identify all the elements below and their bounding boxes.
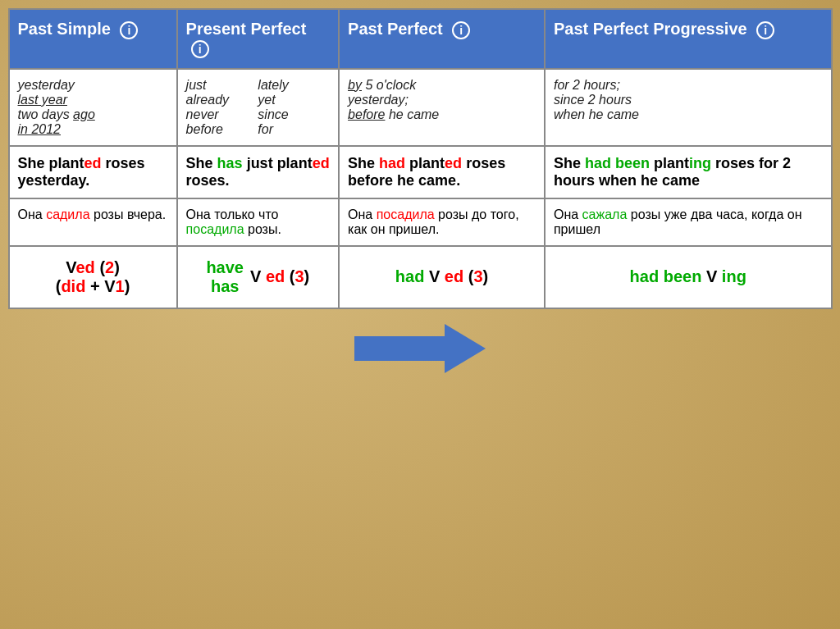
example-she-3: She [348,155,379,171]
arrow-container [354,324,486,373]
example-plant-4: plant [650,155,689,171]
russian-verb-2: посадила [186,222,244,236]
russian-cell-3: Она посадила розы до того, как он пришел… [339,198,545,246]
formula-line1-1: Ved (2) [16,258,170,277]
example-cell-3: She had planted roses before he came. [339,146,545,198]
adverb-before: before [186,122,258,137]
example-ing: ing [689,155,711,171]
adverb-for: for [258,122,330,137]
formula-ing-4: ing [722,267,746,285]
russian-cell-4: Она сажала розы уже два часа, когда он п… [545,198,832,246]
adverb-since: since [258,107,330,122]
adverb-when-he-came: when he came [554,107,823,122]
adverb-yesterday: yesterday [18,78,168,93]
info-icon-2[interactable]: i [191,40,209,58]
example-cell-2: She has just planted roses. [177,146,340,198]
formula-ed-3: ed [445,267,463,285]
adverb-yet: yet [258,93,330,107]
formula-has: has [206,277,244,296]
header-past-perfect-progressive: Past Perfect Progressive i [545,9,832,69]
formula-cell-2: have has V ed (3) [177,246,340,308]
russian-cell-1: Она садила розы вчера. [9,198,177,246]
example-ed-3: ed [445,155,462,171]
info-icon-1[interactable]: i [120,21,138,39]
example-she-2: She [186,155,217,171]
example-just: just plant [243,155,313,171]
formula-v-4: V [706,267,722,285]
example-roses-2: roses. [186,172,230,189]
russian-cell-2: Она только что посадила розы. [177,198,340,246]
adverb-lately: lately [258,78,330,93]
adverb-cell-1: yesterday last year two days ago in 2012 [9,69,177,146]
grammar-table: Past Simple i Present Perfect i Past Per… [8,8,833,309]
adverb-already: already [186,93,258,107]
adverb-cell-4: for 2 hours; since 2 hours when he came [545,69,832,146]
header-past-perfect: Past Perfect i [339,9,545,69]
formula-had-been: had been [630,267,702,285]
info-icon-4[interactable]: i [756,21,774,39]
adverb-in-2012: in 2012 [18,122,168,137]
example-she-1: She plant [18,155,84,171]
example-had-been: had been [585,155,650,171]
adverb-cell-2: just already never before lately yet sin… [177,69,340,146]
formula-cell-3: had V ed (3) [339,246,545,308]
example-ed-2: ed [313,155,330,171]
example-ed-1: ed [84,155,102,171]
adverb-never: never [186,107,258,122]
formula-line2-1: (did + V1) [16,277,170,296]
formula-ved-2: V ed (3) [250,267,309,286]
example-she-4: She [554,155,585,171]
arrow-head [445,324,486,373]
example-had-3: had [379,155,405,171]
adverb-two-days-ago: two days ago [18,107,168,122]
russian-verb-1: садила [46,207,89,221]
adverb-by5: by 5 o'clock [348,78,536,93]
adverb-since-2-hours: since 2 hours [554,93,823,107]
example-cell-4: She had been planting roses for 2 hours … [545,146,832,198]
header-present-perfect: Present Perfect i [177,9,340,69]
info-icon-3[interactable]: i [452,21,470,39]
adverb-before-he-came: before he came [348,107,536,122]
example-plant-3: plant [405,155,445,171]
header-past-simple: Past Simple i [9,9,177,69]
example-cell-1: She planted roses yesterday. [9,146,177,198]
adverb-yesterday2: yesterday; [348,93,536,107]
formula-cell-1: Ved (2) (did + V1) [9,246,177,308]
russian-verb-3: посадила [377,207,435,221]
formula-have: have [206,258,244,277]
formula-num-3: 3 [473,267,482,285]
adverb-for-2-hours: for 2 hours; [554,78,823,93]
example-has: has [217,155,243,171]
adverb-just: just [186,78,258,93]
adverb-cell-3: by 5 o'clock yesterday; before he came [339,69,545,146]
formula-space-3: V [429,267,445,285]
formula-cell-4: had been V ing [545,246,832,308]
russian-verb-4: сажала [582,207,628,221]
adverb-last-year: last year [18,93,168,107]
formula-had-3: had [395,267,425,285]
arrow-body [354,336,453,361]
direction-arrow [354,324,486,373]
